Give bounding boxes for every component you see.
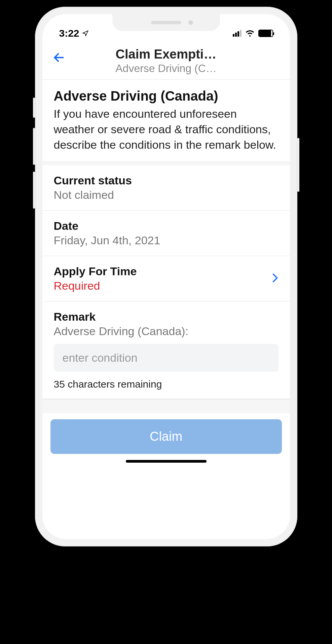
remark-input[interactable] [54,344,279,372]
status-left: 3:22 [59,28,89,39]
current-status-row: Current status Not claimed [42,165,290,211]
remark-label: Remark [54,310,279,323]
apply-time-label: Apply For Time [54,265,137,278]
page-subtitle: Adverse Driving (C… [72,62,260,75]
status-right [233,28,273,39]
intro-section: Adverse Driving (Canada) If you have enc… [42,80,290,162]
side-button [33,172,35,209]
date-label: Date [54,219,279,232]
clock-time: 3:22 [59,28,79,39]
remark-section: Remark Adverse Driving (Canada): 35 char… [42,301,290,399]
side-button [33,128,35,165]
apply-time-value: Required [54,279,137,292]
page-title: Claim Exempti… [72,47,260,62]
notch [112,14,220,31]
wifi-icon [245,28,255,39]
footer: Claim [42,413,290,473]
intro-description: If you have encountered unforeseen weath… [54,106,279,153]
cellular-signal-icon [233,30,242,37]
spacer [42,399,290,413]
claim-button[interactable]: Claim [50,419,282,454]
remark-sublabel: Adverse Driving (Canada): [54,325,279,338]
screen: 3:22 [42,14,290,539]
speaker-grill [151,21,181,24]
side-button [297,138,299,192]
location-icon [82,30,89,37]
battery-icon [258,30,273,37]
date-row: Date Friday, Jun 4th, 2021 [42,211,290,256]
current-status-label: Current status [54,174,279,187]
nav-titles: Claim Exempti… Adverse Driving (C… [52,47,281,75]
phone-frame: 3:22 [35,7,297,546]
arrow-left-icon [52,51,65,64]
date-value: Friday, Jun 4th, 2021 [54,234,279,247]
home-indicator[interactable] [126,460,207,463]
nav-header: Claim Exempti… Adverse Driving (C… [42,41,290,80]
side-button [33,98,35,118]
back-button[interactable] [52,51,65,65]
intro-title: Adverse Driving (Canada) [54,88,279,104]
front-camera [188,20,193,25]
characters-remaining: 35 characters remaining [54,379,279,390]
chevron-right-icon [272,273,279,284]
current-status-value: Not claimed [54,188,279,202]
apply-for-time-row[interactable]: Apply For Time Required [42,256,290,301]
